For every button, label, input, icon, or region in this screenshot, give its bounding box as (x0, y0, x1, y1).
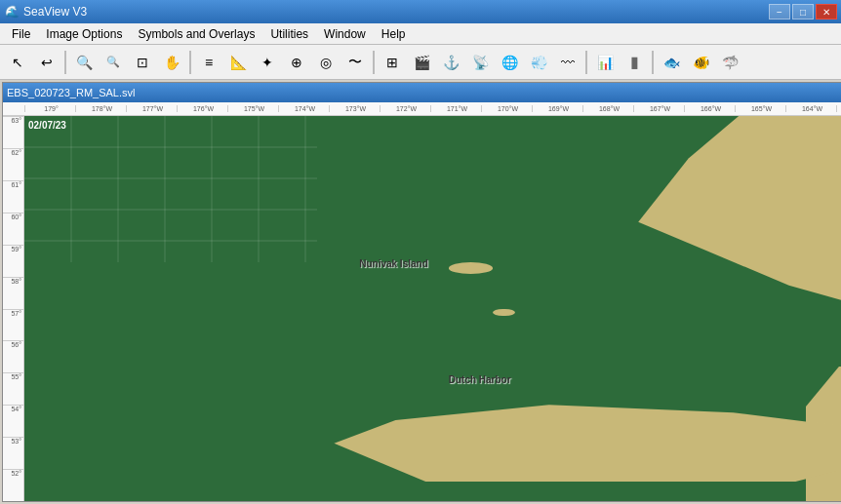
coord-173: 173°W (329, 105, 380, 112)
colorbar-tool[interactable]: ▮ (621, 49, 648, 76)
coord-179: 179° (24, 105, 75, 112)
menu-utilities[interactable]: Utilities (262, 25, 316, 43)
lat-57: 57° (3, 309, 23, 341)
lat-52: 52° (3, 469, 23, 501)
lat-56: 56° (3, 340, 23, 372)
fish2-tool[interactable]: 🐠 (687, 49, 714, 76)
coord-171: 171°W (430, 105, 481, 112)
fish3-tool[interactable]: 🦈 (716, 49, 743, 76)
film-tool[interactable]: 🎬 (408, 49, 435, 76)
map-grid-svg (24, 116, 317, 262)
crosshair-tool[interactable]: ⊕ (283, 49, 310, 76)
coord-164: 164°W (785, 105, 836, 112)
map-panel: EBS_020723_RM_SAL.svl − □ ✕ 179° 178°W 1… (2, 82, 841, 502)
toolbar: ↖ ↩ 🔍 🔍 ⊡ ✋ ≡ 📐 ✦ ⊕ ◎ 〜 ⊞ 🎬 ⚓ 📡 🌐 💨 〰 📊 … (0, 45, 841, 80)
lat-55: 55° (3, 372, 23, 405)
coord-176: 176°W (177, 105, 227, 112)
land-small1 (449, 262, 494, 274)
maximize-button[interactable]: □ (792, 4, 814, 19)
route-tool[interactable]: 〜 (341, 49, 369, 76)
navigate-tool[interactable]: ◎ (312, 49, 340, 76)
land-small2 (493, 309, 515, 317)
pointer-tool[interactable]: ↖ (4, 49, 31, 76)
grid-tool[interactable]: ⊞ (379, 49, 406, 76)
coord-168: 168°W (582, 105, 633, 112)
window-title: SeaView V3 (23, 5, 87, 19)
window-controls: − □ ✕ (769, 4, 837, 19)
minimize-button[interactable]: − (769, 4, 790, 19)
land-south (303, 405, 841, 482)
chart-tool[interactable]: 📊 (591, 49, 619, 76)
coord-163: 163°W (836, 105, 841, 112)
coord-166: 166°W (684, 105, 735, 112)
lat-54: 54° (3, 405, 23, 437)
coord-175: 175°W (227, 105, 278, 112)
dutch-harbor-label: Dutch Harbor (449, 374, 511, 385)
coord-174: 174°W (278, 105, 329, 112)
zoom-in-tool[interactable]: 🔍 (70, 49, 98, 76)
map-view[interactable]: 63° 62° 61° 60° 59° 58° 57° 56° 55° 54° … (3, 116, 841, 501)
main-content: EBS_020723_RM_SAL.svl − □ ✕ 179° 178°W 1… (0, 80, 841, 504)
lat-58: 58° (3, 277, 23, 309)
lat-61: 61° (3, 180, 23, 213)
nunivak-island-label: Nunivak Island (359, 258, 428, 269)
toolbar-separator-4 (585, 51, 587, 74)
coord-172: 172°W (380, 105, 430, 112)
toolbar-separator-5 (652, 51, 654, 74)
map-canvas[interactable]: 02/07/23 Nunivak Island Dillingham Dutch… (24, 116, 841, 501)
coord-170: 170°W (481, 105, 532, 112)
land-ne (638, 116, 841, 328)
menu-window[interactable]: Window (316, 25, 374, 43)
signal-tool[interactable]: 📡 (466, 49, 494, 76)
globe-tool[interactable]: 🌐 (496, 49, 523, 76)
title-bar: 🌊 SeaView V3 − □ ✕ (0, 0, 841, 23)
lat-59: 59° (3, 245, 23, 277)
measure-tool[interactable]: 📐 (224, 49, 252, 76)
coord-169: 169°W (532, 105, 582, 112)
lat-53: 53° (3, 437, 23, 469)
zoom-full-tool[interactable]: ⊡ (129, 49, 156, 76)
pan-tool[interactable]: ✋ (158, 49, 185, 76)
undo-tool[interactable]: ↩ (33, 49, 60, 76)
coord-178: 178°W (75, 105, 126, 112)
toolbar-separator-2 (189, 51, 191, 74)
lat-60: 60° (3, 213, 23, 245)
lat-63: 63° (3, 116, 23, 148)
coord-ruler: 179° 178°W 177°W 176°W 175°W 174°W 173°W… (3, 102, 841, 116)
coord-167: 167°W (633, 105, 684, 112)
menu-help[interactable]: Help (374, 25, 414, 43)
map-title-bar: EBS_020723_RM_SAL.svl − □ ✕ (3, 83, 841, 102)
menu-file[interactable]: File (4, 25, 38, 43)
toolbar-separator-1 (64, 51, 66, 74)
toolbar-separator-3 (373, 51, 375, 74)
anchor-tool[interactable]: ⚓ (437, 49, 464, 76)
menu-bar: File Image Options Symbols and Overlays … (0, 23, 841, 45)
lat-ruler: 63° 62° 61° 60° 59° 58° 57° 56° 55° 54° … (3, 116, 24, 501)
menu-image-options[interactable]: Image Options (38, 25, 130, 43)
lat-62: 62° (3, 148, 23, 180)
wave-tool[interactable]: 〰 (554, 49, 581, 76)
menu-symbols-overlays[interactable]: Symbols and Overlays (130, 25, 262, 43)
fish1-tool[interactable]: 🐟 (658, 49, 685, 76)
map-date-label: 02/07/23 (28, 120, 66, 131)
map-window-title: EBS_020723_RM_SAL.svl (7, 87, 135, 98)
zoom-out-tool[interactable]: 🔍 (100, 49, 127, 76)
close-button[interactable]: ✕ (816, 4, 837, 19)
coord-177: 177°W (126, 105, 177, 112)
wind-tool[interactable]: 💨 (525, 49, 552, 76)
app-icon: 🌊 (4, 4, 20, 19)
coord-165: 165°W (735, 105, 785, 112)
compass-tool[interactable]: ✦ (254, 49, 281, 76)
layers-tool[interactable]: ≡ (195, 49, 222, 76)
